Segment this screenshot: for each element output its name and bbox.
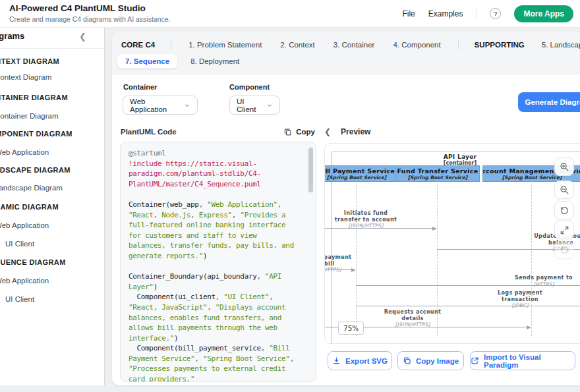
zoom-in-icon[interactable] bbox=[554, 157, 574, 176]
frame-icon[interactable] bbox=[554, 240, 574, 259]
tab-row-1: CORE C41. Problem Statement2. Context3. … bbox=[121, 37, 580, 53]
expand-icon[interactable] bbox=[554, 221, 574, 239]
participant-box: Fund Transfer Service[Spring Boot Servic… bbox=[395, 165, 480, 182]
code-line: "React, JavaScript", "Displays account bbox=[129, 302, 305, 313]
sidebar-section-heading: COMPONENT DIAGRAM bbox=[0, 130, 72, 138]
participant-stereotype: [Spring Boot Service] bbox=[502, 175, 562, 181]
tab-row-2: 7. Sequence8. Deployment bbox=[117, 53, 241, 69]
scrollbar-thumb[interactable] bbox=[308, 148, 313, 192]
sidebar-title: Diagrams bbox=[0, 31, 24, 41]
copy-label: Copy bbox=[296, 128, 315, 136]
preview-panel-header: ❮︎ Preview bbox=[324, 126, 580, 138]
tab-5-landscape[interactable]: 5. Landscape bbox=[540, 38, 580, 51]
message-line bbox=[324, 228, 433, 229]
container-select[interactable]: Web Application bbox=[123, 96, 198, 115]
sidebar: Diagrams ❮︎ CONTEXT DIAGRAMContext Diagr… bbox=[0, 27, 105, 385]
sidebar-item[interactable]: Container Diagram bbox=[0, 112, 59, 120]
code-line: PlantUML/master/C4_Sequence.puml bbox=[129, 179, 305, 190]
sidebar-section-heading: SEQUENCE DIAGRAM bbox=[0, 258, 66, 266]
diagram-preview-canvas[interactable]: API Layer [container] Bill Payment Servi… bbox=[324, 143, 580, 344]
chevron-down-icon bbox=[184, 102, 190, 109]
copy-image-button[interactable]: Copy Image bbox=[397, 351, 464, 370]
message-label: Submits paymentfor bill[JSON/HTTPS] bbox=[324, 254, 373, 273]
zoom-out-icon[interactable] bbox=[554, 181, 574, 199]
code-panel-header: PlantUML Code Copy bbox=[121, 126, 315, 138]
participant-stereotype: [Spring Boot Service] bbox=[327, 175, 387, 181]
export-svg-button[interactable]: Export SVG bbox=[328, 351, 392, 370]
preview-panel-title: Preview bbox=[341, 127, 370, 136]
sidebar-section-heading: DYNAMIC DIAGRAM bbox=[0, 203, 59, 211]
code-line: "Processes payments to external credit bbox=[129, 364, 305, 374]
message-label: Initiates fundtransfer to account[JSON/H… bbox=[324, 210, 415, 229]
message-line bbox=[324, 269, 352, 270]
sidebar-item[interactable]: Web Application bbox=[0, 148, 49, 156]
generate-diagram-button[interactable]: Generate Diagram bbox=[518, 92, 580, 112]
component-select-label: Component bbox=[229, 83, 270, 91]
code-line: card providers." bbox=[129, 374, 305, 382]
copy-code-button[interactable]: Copy bbox=[283, 128, 315, 136]
tab-3-container[interactable]: 3. Container bbox=[332, 38, 376, 51]
menu-examples[interactable]: Examples bbox=[428, 9, 463, 18]
app-subtitle: Create and manage C4 diagrams with AI as… bbox=[9, 15, 171, 23]
container-select-value: Web Application bbox=[130, 98, 179, 113]
sidebar-item[interactable]: Landscape Diagram bbox=[0, 184, 63, 192]
action-button-label: Copy Image bbox=[416, 357, 459, 365]
participant-name: Fund Transfer Service bbox=[397, 167, 478, 175]
tab-group-divider bbox=[171, 40, 171, 49]
message-label: Requests accountdetails[JSON/HTTPS] bbox=[363, 309, 462, 328]
code-line: balances, enables fund transfers, and bbox=[129, 313, 305, 323]
code-line: generate reports.") bbox=[129, 251, 305, 262]
code-line: Container(web_app, "Web Application", bbox=[129, 200, 305, 210]
code-line: Component(bill_payment_service, "Bill bbox=[129, 343, 305, 354]
plantuml-code-editor[interactable]: @startuml!include https://static.visual-… bbox=[120, 142, 316, 382]
message-protocol: [HTTPS] bbox=[494, 281, 580, 288]
container-select-label: Container bbox=[123, 83, 157, 91]
copy-icon bbox=[403, 356, 411, 365]
tab-1-problem-statement[interactable]: 1. Problem Statement bbox=[187, 38, 263, 51]
sidebar-section-heading: CONTAINER DIAGRAM bbox=[0, 94, 68, 101]
code-line: !include https://static.visual- bbox=[129, 159, 305, 169]
code-line: for customers and staff to view bbox=[129, 231, 305, 241]
lifeline bbox=[531, 181, 532, 336]
menu-file[interactable]: File bbox=[402, 9, 415, 18]
sidebar-item[interactable]: UI Client bbox=[5, 295, 34, 303]
code-line: Component(ui_client, "UI Client", bbox=[129, 292, 305, 302]
code-line: Container_Boundary(api_boundary, "API bbox=[129, 271, 305, 282]
code-line: balances, transfer funds, pay bills, and bbox=[129, 240, 305, 251]
sidebar-section-heading: CONTEXT DIAGRAM bbox=[0, 57, 59, 65]
code-panel-title: PlantUML Code bbox=[121, 128, 177, 136]
tab-8-deployment[interactable]: 8. Deployment bbox=[189, 55, 241, 68]
message-arrowhead bbox=[351, 268, 356, 272]
tab-strip: CORE C41. Problem Statement2. Context3. … bbox=[112, 32, 580, 74]
more-apps-button[interactable]: More Apps bbox=[514, 5, 573, 22]
code-line bbox=[129, 189, 305, 200]
app-title: AI-Powered C4 PlantUML Studio bbox=[9, 3, 146, 13]
app-header: AI-Powered C4 PlantUML Studio Create and… bbox=[0, 0, 580, 28]
code-line: @startuml bbox=[129, 148, 305, 159]
component-select-value: UI Client bbox=[237, 98, 261, 113]
import-to-visual-paradigm-button[interactable]: Import to Visual Paradigm bbox=[470, 351, 575, 370]
help-icon[interactable]: ? bbox=[490, 8, 501, 19]
download-icon bbox=[332, 356, 341, 365]
tab-group-label: SUPPORTING bbox=[475, 41, 525, 49]
sidebar-collapse-icon[interactable]: ❮︎ bbox=[79, 32, 86, 42]
message-arrowhead bbox=[527, 325, 531, 329]
sidebar-item[interactable]: Context Diagram bbox=[0, 73, 51, 81]
participant-name: Bill Payment Service bbox=[324, 167, 395, 175]
header-divider bbox=[476, 9, 477, 19]
code-line: "React, Node.js, Express", "Provides a bbox=[129, 210, 305, 221]
chevron-left-icon[interactable]: ❮︎ bbox=[324, 127, 331, 136]
sidebar-item[interactable]: Web Application bbox=[0, 277, 49, 285]
header-actions: File Examples ? More Apps bbox=[402, 0, 573, 27]
component-select[interactable]: UI Client bbox=[229, 96, 280, 115]
sidebar-item[interactable]: UI Client bbox=[5, 240, 34, 248]
app-root: AI-Powered C4 PlantUML Studio Create and… bbox=[0, 0, 580, 392]
chevron-down-icon bbox=[266, 102, 273, 109]
tab-7-sequence[interactable]: 7. Sequence bbox=[117, 54, 177, 69]
action-button-label: Import to Visual Paradigm bbox=[484, 353, 575, 369]
tab-2-context[interactable]: 2. Context bbox=[279, 38, 316, 51]
sidebar-item[interactable]: Web Application bbox=[0, 221, 49, 229]
tab-4-component[interactable]: 4. Component bbox=[392, 38, 442, 51]
reset-icon[interactable] bbox=[554, 201, 574, 219]
code-line: allows bill payments through the web bbox=[129, 323, 305, 333]
